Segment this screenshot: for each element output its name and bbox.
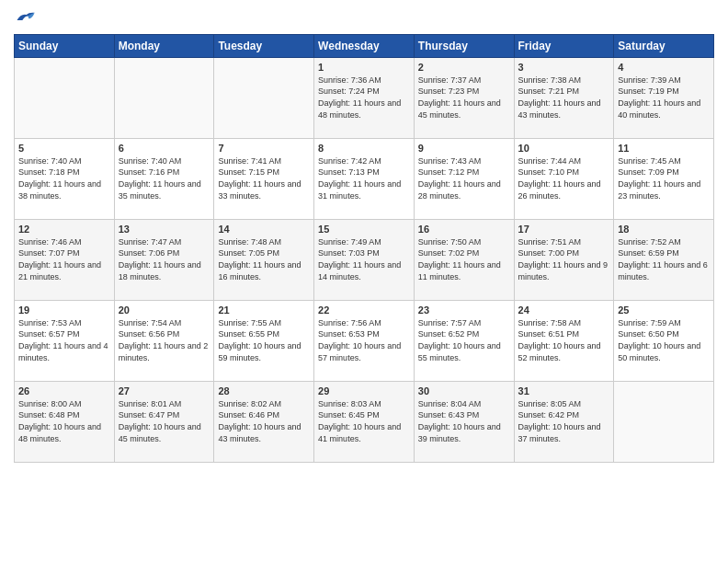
day-number: 6 [119,143,210,154]
calendar-cell: 3Sunrise: 7:38 AMSunset: 7:21 PMDaylight… [514,57,614,138]
calendar-week-3: 12Sunrise: 7:46 AMSunset: 7:07 PMDayligh… [15,219,714,300]
weekday-header-sunday: Sunday [15,34,115,57]
day-number: 12 [18,224,110,235]
day-info: Sunrise: 7:55 AMSunset: 6:55 PMDaylight:… [218,317,310,363]
calendar-cell [114,57,214,138]
day-info: Sunrise: 7:38 AMSunset: 7:21 PMDaylight:… [518,75,610,121]
calendar-cell: 7Sunrise: 7:41 AMSunset: 7:15 PMDaylight… [214,138,314,219]
calendar-cell: 9Sunrise: 7:43 AMSunset: 7:12 PMDaylight… [414,138,514,219]
calendar-cell: 29Sunrise: 8:03 AMSunset: 6:45 PMDayligh… [314,381,415,462]
day-info: Sunrise: 8:01 AMSunset: 6:47 PMDaylight:… [119,398,210,444]
calendar-table: SundayMondayTuesdayWednesdayThursdayFrid… [14,34,714,463]
calendar-cell: 21Sunrise: 7:55 AMSunset: 6:55 PMDayligh… [214,300,314,381]
weekday-header-row: SundayMondayTuesdayWednesdayThursdayFrid… [15,34,714,57]
calendar-cell: 22Sunrise: 7:56 AMSunset: 6:53 PMDayligh… [314,300,415,381]
day-number: 10 [518,143,610,154]
calendar-cell: 19Sunrise: 7:53 AMSunset: 6:57 PMDayligh… [15,300,115,381]
day-number: 7 [218,143,310,154]
page-container: SundayMondayTuesdayWednesdayThursdayFrid… [0,0,728,472]
day-number: 27 [119,385,210,396]
day-info: Sunrise: 8:05 AMSunset: 6:42 PMDaylight:… [518,398,610,444]
day-info: Sunrise: 7:53 AMSunset: 6:57 PMDaylight:… [18,317,110,363]
calendar-cell: 4Sunrise: 7:39 AMSunset: 7:19 PMDaylight… [614,57,714,138]
weekday-header-friday: Friday [514,34,614,57]
day-info: Sunrise: 7:46 AMSunset: 7:07 PMDaylight:… [18,236,110,282]
calendar-cell: 5Sunrise: 7:40 AMSunset: 7:18 PMDaylight… [15,138,115,219]
calendar-cell: 15Sunrise: 7:49 AMSunset: 7:03 PMDayligh… [314,219,415,300]
day-info: Sunrise: 7:40 AMSunset: 7:16 PMDaylight:… [119,155,210,201]
day-number: 1 [318,62,410,73]
day-number: 25 [618,304,710,316]
calendar-cell: 14Sunrise: 7:48 AMSunset: 7:05 PMDayligh… [214,219,314,300]
day-info: Sunrise: 7:43 AMSunset: 7:12 PMDaylight:… [418,155,510,201]
day-number: 29 [318,385,410,396]
day-number: 4 [618,62,710,73]
calendar-cell [614,381,714,462]
calendar-week-1: 1Sunrise: 7:36 AMSunset: 7:24 PMDaylight… [15,57,714,138]
day-number: 31 [518,385,610,396]
day-number: 15 [318,224,410,235]
day-info: Sunrise: 7:48 AMSunset: 7:05 PMDaylight:… [218,236,310,282]
day-number: 21 [218,304,310,316]
day-number: 30 [418,385,510,396]
day-info: Sunrise: 7:51 AMSunset: 7:00 PMDaylight:… [518,236,610,282]
day-info: Sunrise: 8:03 AMSunset: 6:45 PMDaylight:… [318,398,410,444]
day-info: Sunrise: 7:40 AMSunset: 7:18 PMDaylight:… [18,155,110,201]
day-info: Sunrise: 7:52 AMSunset: 6:59 PMDaylight:… [618,236,710,282]
day-number: 26 [18,385,110,396]
calendar-week-2: 5Sunrise: 7:40 AMSunset: 7:18 PMDaylight… [15,138,714,219]
calendar-cell: 17Sunrise: 7:51 AMSunset: 7:00 PMDayligh… [514,219,614,300]
calendar-cell: 31Sunrise: 8:05 AMSunset: 6:42 PMDayligh… [514,381,614,462]
calendar-cell: 26Sunrise: 8:00 AMSunset: 6:48 PMDayligh… [15,381,115,462]
day-number: 19 [18,304,110,316]
day-info: Sunrise: 7:39 AMSunset: 7:19 PMDaylight:… [618,75,710,121]
day-info: Sunrise: 7:59 AMSunset: 6:50 PMDaylight:… [618,317,710,363]
weekday-header-wednesday: Wednesday [314,34,415,57]
calendar-cell: 2Sunrise: 7:37 AMSunset: 7:23 PMDaylight… [414,57,514,138]
calendar-cell: 20Sunrise: 7:54 AMSunset: 6:56 PMDayligh… [114,300,214,381]
calendar-cell: 13Sunrise: 7:47 AMSunset: 7:06 PMDayligh… [114,219,214,300]
calendar-cell: 16Sunrise: 7:50 AMSunset: 7:02 PMDayligh… [414,219,514,300]
weekday-header-thursday: Thursday [414,34,514,57]
weekday-header-saturday: Saturday [614,34,714,57]
calendar-cell: 12Sunrise: 7:46 AMSunset: 7:07 PMDayligh… [15,219,115,300]
day-info: Sunrise: 8:04 AMSunset: 6:43 PMDaylight:… [418,398,510,444]
day-info: Sunrise: 7:36 AMSunset: 7:24 PMDaylight:… [318,75,410,121]
logo-text [14,9,36,30]
calendar-cell: 30Sunrise: 8:04 AMSunset: 6:43 PMDayligh… [414,381,514,462]
day-info: Sunrise: 7:54 AMSunset: 6:56 PMDaylight:… [119,317,210,363]
calendar-week-4: 19Sunrise: 7:53 AMSunset: 6:57 PMDayligh… [15,300,714,381]
day-info: Sunrise: 7:41 AMSunset: 7:15 PMDaylight:… [218,155,310,201]
day-info: Sunrise: 7:45 AMSunset: 7:09 PMDaylight:… [618,155,710,201]
day-info: Sunrise: 8:00 AMSunset: 6:48 PMDaylight:… [18,398,110,444]
day-number: 2 [418,62,510,73]
calendar-cell: 18Sunrise: 7:52 AMSunset: 6:59 PMDayligh… [614,219,714,300]
calendar-header: SundayMondayTuesdayWednesdayThursdayFrid… [15,34,714,57]
calendar-cell: 6Sunrise: 7:40 AMSunset: 7:16 PMDaylight… [114,138,214,219]
day-info: Sunrise: 7:57 AMSunset: 6:52 PMDaylight:… [418,317,510,363]
day-number: 16 [418,224,510,235]
calendar-week-5: 26Sunrise: 8:00 AMSunset: 6:48 PMDayligh… [15,381,714,462]
day-info: Sunrise: 7:58 AMSunset: 6:51 PMDaylight:… [518,317,610,363]
calendar-cell [15,57,115,138]
day-number: 13 [119,224,210,235]
day-number: 3 [518,62,610,73]
calendar-cell: 1Sunrise: 7:36 AMSunset: 7:24 PMDaylight… [314,57,415,138]
day-info: Sunrise: 7:50 AMSunset: 7:02 PMDaylight:… [418,236,510,282]
calendar-cell: 28Sunrise: 8:02 AMSunset: 6:46 PMDayligh… [214,381,314,462]
day-info: Sunrise: 7:56 AMSunset: 6:53 PMDaylight:… [318,317,410,363]
logo [14,9,36,27]
day-info: Sunrise: 7:44 AMSunset: 7:10 PMDaylight:… [518,155,610,201]
day-info: Sunrise: 7:42 AMSunset: 7:13 PMDaylight:… [318,155,410,201]
calendar-cell: 25Sunrise: 7:59 AMSunset: 6:50 PMDayligh… [614,300,714,381]
day-number: 8 [318,143,410,154]
header [14,9,714,27]
day-number: 18 [618,224,710,235]
day-info: Sunrise: 8:02 AMSunset: 6:46 PMDaylight:… [218,398,310,444]
calendar-cell: 23Sunrise: 7:57 AMSunset: 6:52 PMDayligh… [414,300,514,381]
day-number: 11 [618,143,710,154]
day-info: Sunrise: 7:49 AMSunset: 7:03 PMDaylight:… [318,236,410,282]
calendar-cell: 10Sunrise: 7:44 AMSunset: 7:10 PMDayligh… [514,138,614,219]
day-number: 5 [18,143,110,154]
day-info: Sunrise: 7:37 AMSunset: 7:23 PMDaylight:… [418,75,510,121]
